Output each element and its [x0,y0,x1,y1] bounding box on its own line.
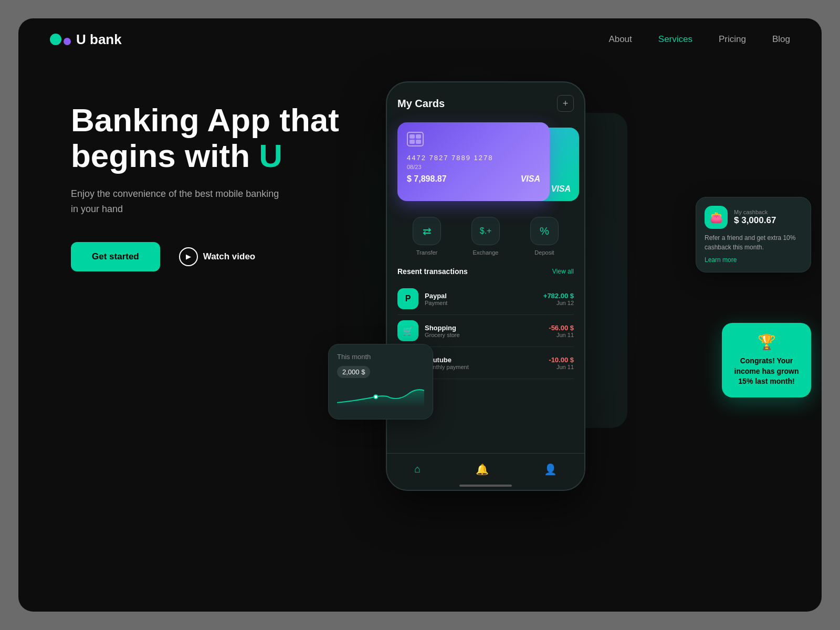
cashback-desc: Refer a friend and get extra 10% cashbac… [705,233,802,252]
card-container: VISA 4472 7827 7889 1278 08/23 $ 7,898.8… [397,122,574,206]
phone-mockup-container: My Cards + VISA 447 [375,81,564,491]
congrats-trophy-icon: 🏆 [758,333,776,351]
bell-nav-icon[interactable]: 🔔 [476,463,489,476]
nav-item-blog[interactable]: Blog [772,34,790,45]
youtube-date: Jun 11 [549,364,574,370]
widget-this-month-title: This month [337,353,424,361]
transactions-title: Resent transactions [397,267,468,276]
card-bottom: $ 7,898.87 VISA [407,174,540,184]
transfer-icon: ⇄ [413,217,441,245]
logo-dot-teal [50,34,61,45]
logo-icon [50,34,71,45]
hero-title: Banking App that begins with U [71,102,365,174]
phone-section-title: My Cards [397,98,445,110]
hero-actions: Get started ▶ Watch video [71,242,365,271]
paypal-amount-col: +782.00 $ Jun 12 [543,292,574,306]
nav-link-about[interactable]: About [608,34,632,44]
paypal-name: Paypal [425,292,537,300]
transfer-label: Transfer [416,249,438,256]
transfer-action[interactable]: ⇄ Transfer [413,217,441,256]
profile-nav-icon[interactable]: 👤 [544,463,557,476]
shopping-sub: Grocery store [425,332,542,338]
nav-item-about[interactable]: About [608,34,632,45]
chip-seg-3 [410,140,415,144]
nav-item-services[interactable]: Services [658,34,692,45]
phone-inner: My Cards + VISA 447 [387,82,584,490]
phone-add-button[interactable]: + [557,95,574,112]
card-brand: VISA [521,174,540,184]
chip-seg-1 [410,134,415,139]
nav-item-pricing[interactable]: Pricing [719,34,746,45]
svg-point-0 [374,395,377,398]
paypal-sub: Payment [425,300,537,306]
shopping-amount-col: -56.00 $ Jun 11 [549,324,574,338]
exchange-label: Exchange [473,249,499,256]
play-icon: ▶ [179,247,198,266]
youtube-sub: Monthly payment [425,364,542,370]
phone-header: My Cards + [397,95,574,112]
hero-title-accent: U [259,138,282,174]
widget-this-month-amount: 2,000 $ [337,366,370,378]
watch-video-label: Watch video [203,251,256,262]
card-front: 4472 7827 7889 1278 08/23 $ 7,898.87 VIS… [397,122,550,201]
card-expiry: 08/23 [407,164,540,170]
widget-congrats: 🏆 Congrats! Your income has grown 15% la… [722,323,811,397]
widget-this-month: This month 2,000 $ [328,344,433,419]
view-all-link[interactable]: View all [552,268,574,275]
main-container: U bank About Services Pricing Blog Banki… [18,18,822,612]
nav-link-services[interactable]: Services [658,34,692,44]
shopping-amount: -56.00 $ [549,324,574,332]
cashback-icon: 👛 [705,206,728,229]
exchange-action[interactable]: $.+ Exchange [471,217,500,256]
hero-title-line2: begins with [71,138,250,174]
action-row: ⇄ Transfer $.+ Exchange % Deposit [397,217,574,256]
deposit-icon: % [530,217,559,245]
paypal-icon: P [397,288,418,309]
transaction-shopping: 🛒 Shopping Grocery store -56.00 $ Jun 11 [397,315,574,347]
cashback-top: 👛 My cashback $ 3,000.67 [705,206,802,229]
logo-dot-purple [64,38,71,45]
nav-link-blog[interactable]: Blog [772,34,790,44]
widget-cashback: 👛 My cashback $ 3,000.67 Refer a friend … [696,197,811,272]
card-back-brand: VISA [551,184,571,194]
deposit-action[interactable]: % Deposit [530,217,559,256]
youtube-info: Youtube Monthly payment [425,356,542,370]
watch-video-button[interactable]: ▶ Watch video [179,247,256,266]
paypal-amount: +782.00 $ [543,292,574,300]
card-balance: $ 7,898.87 [407,174,447,184]
youtube-name: Youtube [425,356,542,364]
home-nav-icon[interactable]: ⌂ [414,463,421,475]
transactions-header: Resent transactions View all [397,267,574,276]
card-chip [407,132,424,146]
shopping-date: Jun 11 [549,332,574,338]
chip-seg-4 [416,140,421,144]
card-number: 4472 7827 7889 1278 [407,154,540,162]
transaction-paypal: P Paypal Payment +782.00 $ Jun 12 [397,283,574,315]
chip-seg-2 [416,134,421,139]
shopping-info: Shopping Grocery store [425,324,542,338]
hero-title-line1: Banking App that [71,102,339,138]
youtube-amount-col: -10.00 $ Jun 11 [549,356,574,370]
youtube-amount: -10.00 $ [549,356,574,364]
nav-links: About Services Pricing Blog [608,34,790,45]
shopping-icon: 🛒 [397,320,418,341]
cashback-learn-more[interactable]: Learn more [705,256,802,264]
get-started-button[interactable]: Get started [71,242,160,271]
paypal-info: Paypal Payment [425,292,537,306]
home-indicator [459,485,512,487]
hero-subtitle: Enjoy the convenience of the best mobile… [71,186,281,217]
cashback-label: My cashback [734,209,776,215]
phone-frame: My Cards + VISA 447 [386,81,585,491]
mini-chart [337,382,424,408]
nav-link-pricing[interactable]: Pricing [719,34,746,44]
hero-section: Banking App that begins with U Enjoy the… [71,102,365,271]
exchange-icon: $.+ [471,217,500,245]
cashback-amount: $ 3,000.67 [734,215,776,226]
paypal-date: Jun 12 [543,300,574,306]
congrats-text: Congrats! Your income has grown 15% last… [732,356,801,387]
deposit-label: Deposit [534,249,554,256]
cashback-text: My cashback $ 3,000.67 [734,209,776,226]
logo: U bank [50,32,608,48]
logo-text: U bank [76,32,122,48]
shopping-name: Shopping [425,324,542,332]
